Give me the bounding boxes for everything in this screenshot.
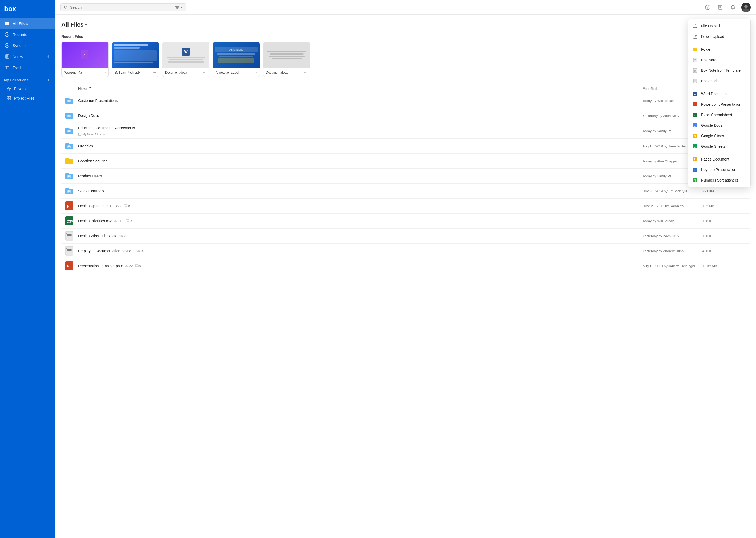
card-more-button[interactable]: ··· — [203, 71, 207, 75]
file-sub-label: My New Collection — [78, 133, 106, 136]
dropdown-item-box-note-template[interactable]: Box Note from Template — [688, 65, 750, 76]
table-row[interactable]: Customer Presentations Today by Will Jor… — [62, 93, 750, 108]
sidebar-item-synced[interactable]: Synced — [0, 40, 55, 51]
col-name-header[interactable]: Name — [78, 87, 640, 91]
recent-files-list: ♪ Weezer.m4a ··· Sullivan Pitch.pptx ··· — [62, 42, 750, 77]
dropdown-item-folder[interactable]: Folder — [688, 44, 750, 55]
eye-icon — [125, 265, 128, 267]
trash-icon — [4, 65, 10, 71]
sidebar-item-favorites-label: Favorites — [14, 87, 29, 91]
avatar-image — [741, 3, 751, 12]
sidebar-item-all-files[interactable]: All Files — [0, 18, 55, 29]
dropdown-item-gdocs[interactable]: G Google Docs — [688, 120, 750, 131]
dropdown-item-box-note[interactable]: Box Note — [688, 55, 750, 65]
table-row[interactable]: Design Wishlist.boxnote 21 Yesterday by … — [62, 229, 750, 243]
table-row[interactable]: Product OKRs Today by Vandy Pai 834 File… — [62, 169, 750, 184]
svg-text:W: W — [693, 92, 696, 96]
views-badge: 21 — [119, 234, 127, 238]
dropdown-item-numbers[interactable]: N Numbers Spreadsheet — [688, 175, 750, 186]
page-title-caret[interactable]: ▾ — [85, 23, 87, 27]
comments-badge: 9 — [124, 204, 130, 208]
table-row[interactable]: Graphics Aug 10, 2019 by Janette Heining… — [62, 139, 750, 154]
card-footer: Weezer.m4a ··· — [62, 68, 109, 77]
add-notes-button[interactable]: + — [46, 54, 51, 59]
recent-card[interactable]: W Document.docx ··· — [162, 42, 210, 77]
dropdown-item-word[interactable]: W Word Document — [688, 88, 750, 99]
svg-rect-52 — [65, 246, 73, 255]
search-bar[interactable] — [60, 3, 186, 11]
card-more-button[interactable]: ··· — [153, 71, 156, 75]
sidebar-item-notes-label: Notes — [13, 54, 23, 59]
table-row[interactable]: Employee Documentation.boxnote 93 Yester… — [62, 243, 750, 258]
recent-card[interactable]: Sullivan Pitch.pptx ··· — [112, 42, 159, 77]
dropdown-item-label: Folder — [701, 47, 712, 51]
sidebar-item-notes[interactable]: Notes + — [0, 51, 55, 62]
dropdown-item-file-upload[interactable]: File Upload — [688, 21, 750, 31]
dropdown-item-label: Box Note — [701, 58, 716, 62]
recent-card[interactable]: ♪ Weezer.m4a ··· — [62, 42, 109, 77]
card-more-button[interactable]: ··· — [254, 71, 257, 75]
recent-card[interactable]: Annotations Annotations...pdf ··· — [213, 42, 260, 77]
header-actions — [703, 3, 751, 12]
dropdown-item-excel[interactable]: X Excel Spreadsheet — [688, 110, 750, 120]
search-filter-button[interactable] — [175, 6, 183, 9]
header — [55, 0, 756, 15]
card-more-button[interactable]: ··· — [102, 71, 106, 75]
help-button[interactable] — [703, 3, 712, 12]
sidebar-item-trash-label: Trash — [13, 65, 23, 70]
add-collection-button[interactable]: + — [46, 77, 51, 82]
table-row[interactable]: Design Docs Yesterday by Zach Kelly 27 F… — [62, 108, 750, 123]
table-row[interactable]: P Presentation Template.pptx 22 9 Aug 10… — [62, 258, 750, 273]
user-avatar[interactable] — [741, 3, 751, 12]
card-filename: Annotations...pdf — [215, 71, 239, 74]
clock-icon — [4, 31, 10, 37]
sidebar-item-trash[interactable]: Trash — [0, 62, 55, 73]
card-filename: Weezer.m4a — [64, 71, 82, 74]
file-modified: Yesterday by Andrew Dunn — [642, 249, 700, 253]
task-button[interactable] — [716, 3, 725, 12]
dropdown-item-pages[interactable]: P Pages Document — [688, 154, 750, 164]
svg-point-29 — [68, 115, 70, 117]
gsheets-icon: G — [692, 143, 698, 149]
dropdown-item-label: Google Sheets — [701, 144, 726, 148]
recent-card[interactable]: Document.docx ··· — [263, 42, 310, 77]
pptx-file-icon: P — [65, 201, 74, 211]
svg-rect-59 — [693, 58, 697, 62]
svg-text:G: G — [694, 124, 696, 127]
file-name: Location Scouting — [78, 159, 640, 163]
dropdown-item-label: Numbers Spreadsheet — [701, 178, 738, 182]
card-thumbnail — [263, 42, 310, 68]
box-logo: box — [4, 5, 17, 13]
dropdown-item-gsheets[interactable]: G Google Sheets — [688, 141, 750, 152]
svg-point-47 — [114, 220, 117, 222]
file-size: 29 Files — [702, 189, 734, 193]
gdocs-icon: G — [692, 123, 698, 128]
table-row[interactable]: Sales Contracts July 30, 2019 by Em Mcin… — [62, 184, 750, 198]
card-filename: Document.docx — [266, 71, 288, 74]
dropdown-item-gslides[interactable]: G Google Slides — [688, 131, 750, 141]
table-row[interactable]: CSV Design Priorities.csv 112 9 Today by… — [62, 214, 750, 229]
notifications-button[interactable] — [729, 3, 737, 12]
svg-text:G: G — [694, 145, 696, 148]
dropdown-item-bookmark[interactable]: Bookmark — [688, 76, 750, 86]
table-row[interactable]: Education Contractual Agreements My New … — [62, 123, 750, 139]
file-size: 100 KB — [702, 234, 734, 238]
sidebar-item-project-files[interactable]: Project Files — [0, 93, 55, 103]
eye-icon — [119, 235, 123, 237]
sidebar-item-recents[interactable]: Recents — [0, 29, 55, 40]
card-footer: Document.docx ··· — [263, 68, 310, 77]
dropdown-item-folder-upload[interactable]: Folder Upload — [688, 31, 750, 42]
search-input[interactable] — [70, 5, 173, 10]
dropdown-divider — [688, 153, 750, 153]
dropdown-item-keynote[interactable]: K Keynote Presentation — [688, 164, 750, 175]
file-name: Product OKRs — [78, 174, 640, 178]
table-row[interactable]: P Design Updates 2019.pptx 9 June 21, 20… — [62, 198, 750, 214]
table-row[interactable]: Location Scouting Today by Alan Chappell… — [62, 154, 750, 169]
dropdown-item-label: Keynote Presentation — [701, 168, 736, 172]
sidebar-item-favorites[interactable]: Favorites — [0, 84, 55, 93]
svg-point-26 — [68, 100, 70, 102]
dropdown-item-pptx[interactable]: P Powerpoint Presentation — [688, 99, 750, 110]
folder-icon — [4, 21, 10, 26]
svg-point-54 — [138, 250, 139, 251]
card-more-button[interactable]: ··· — [304, 71, 307, 75]
